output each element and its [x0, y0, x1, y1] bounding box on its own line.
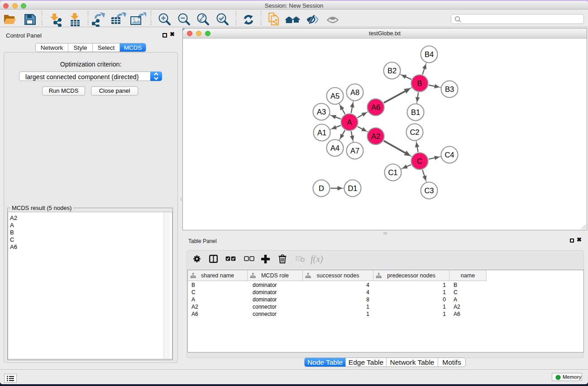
svg-text:C3: C3 [424, 186, 434, 195]
svg-text:D1: D1 [348, 184, 357, 192]
svg-text:B1: B1 [411, 108, 420, 116]
svg-text:C: C [417, 157, 422, 165]
svg-text:A5: A5 [330, 92, 339, 100]
svg-text:B4: B4 [425, 50, 434, 58]
svg-text:B2: B2 [387, 67, 397, 75]
svg-text:A2: A2 [371, 132, 380, 140]
svg-text:C4: C4 [445, 151, 454, 159]
svg-text:A3: A3 [317, 108, 326, 116]
svg-text:C2: C2 [410, 128, 419, 136]
svg-text:A7: A7 [350, 147, 359, 155]
svg-text:B: B [417, 79, 422, 87]
svg-text:B3: B3 [445, 85, 454, 93]
svg-text:A1: A1 [317, 129, 326, 137]
svg-text:C1: C1 [388, 168, 397, 176]
svg-text:A8: A8 [350, 88, 359, 96]
svg-text:A: A [347, 118, 352, 126]
svg-text:D: D [319, 184, 324, 192]
svg-text:A4: A4 [330, 144, 339, 152]
svg-text:A6: A6 [371, 103, 380, 111]
